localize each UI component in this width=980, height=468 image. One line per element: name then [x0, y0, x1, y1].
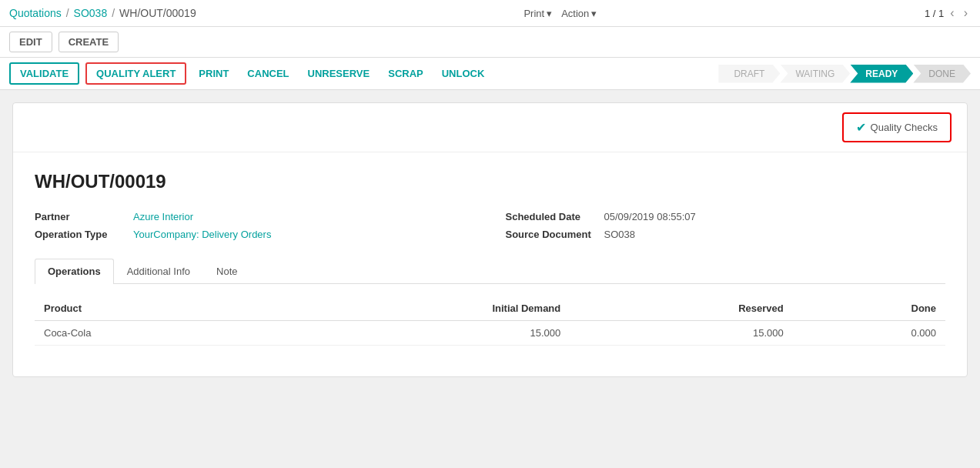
unlock-button[interactable]: UNLOCK	[436, 64, 491, 83]
secondary-bar: VALIDATE QUALITY ALERT PRINT CANCEL UNRE…	[0, 58, 980, 90]
next-button[interactable]: ›	[961, 5, 971, 22]
print-action-area: Print ▾ Action ▾	[523, 8, 597, 19]
partner-value: Azure Interior	[133, 211, 193, 222]
form-fields: Partner Azure Interior Operation Type Yo…	[35, 211, 945, 240]
edit-button[interactable]: EDIT	[9, 32, 52, 52]
col-product: Product	[35, 296, 266, 321]
partner-link[interactable]: Azure Interior	[133, 211, 193, 222]
pagination-area: 1 / 1 ‹ ›	[925, 5, 971, 22]
status-done: DONE	[913, 65, 971, 83]
main-content: ✔ Quality Checks WH/OUT/00019 Partner Az…	[0, 90, 980, 389]
action-bar: EDIT CREATE	[0, 27, 980, 58]
left-fields: Partner Azure Interior Operation Type Yo…	[35, 211, 475, 240]
pagination-count: 1 / 1	[925, 8, 944, 19]
cell-reserved: 15.000	[570, 321, 792, 346]
operation-type-value: YourCompany: Delivery Orders	[133, 229, 271, 240]
partner-field-row: Partner Azure Interior	[35, 211, 475, 222]
partner-label: Partner	[35, 211, 127, 222]
cell-done: 0.000	[793, 321, 945, 346]
top-bar: Quotations / SO038 / WH/OUT/00019 Print …	[0, 0, 980, 27]
scheduled-date-value: 05/09/2019 08:55:07	[604, 211, 696, 222]
col-initial-demand: Initial Demand	[266, 296, 570, 321]
breadcrumb-so038[interactable]: SO038	[74, 7, 108, 19]
breadcrumb-current: WH/OUT/00019	[119, 7, 196, 19]
table-row: Coca-Cola 15.000 15.000 0.000	[35, 321, 945, 346]
unreserve-button[interactable]: UNRESERVE	[302, 64, 376, 83]
source-document-label: Source Document	[506, 229, 598, 240]
main-card: ✔ Quality Checks WH/OUT/00019 Partner Az…	[12, 102, 968, 377]
checkmark-icon: ✔	[856, 120, 866, 135]
action-dropdown-button[interactable]: Action ▾	[561, 8, 597, 19]
scrap-button[interactable]: SCRAP	[382, 64, 430, 83]
document-title: WH/OUT/00019	[35, 171, 945, 192]
quality-checks-label: Quality Checks	[871, 122, 938, 133]
scheduled-date-field-row: Scheduled Date 05/09/2019 08:55:07	[506, 211, 946, 222]
breadcrumb: Quotations / SO038 / WH/OUT/00019	[9, 7, 196, 19]
print-button[interactable]: PRINT	[192, 64, 235, 83]
source-document-value: SO038	[604, 229, 635, 240]
cell-initial-demand: 15.000	[266, 321, 570, 346]
operations-table: Product Initial Demand Reserved Done Coc…	[35, 296, 945, 346]
tab-content-operations: Product Initial Demand Reserved Done Coc…	[35, 284, 945, 358]
right-fields: Scheduled Date 05/09/2019 08:55:07 Sourc…	[506, 211, 946, 240]
tab-operations[interactable]: Operations	[35, 259, 114, 284]
print-dropdown-button[interactable]: Print ▾	[523, 8, 552, 19]
cell-product: Coca-Cola	[35, 321, 266, 346]
status-waiting: WAITING	[780, 65, 850, 83]
tab-note[interactable]: Note	[203, 259, 250, 283]
operation-type-link[interactable]: YourCompany: Delivery Orders	[133, 229, 271, 240]
action-chevron-icon: ▾	[591, 8, 597, 19]
quality-checks-button[interactable]: ✔ Quality Checks	[842, 112, 952, 142]
source-document-field-row: Source Document SO038	[506, 229, 946, 240]
operation-type-field-row: Operation Type YourCompany: Delivery Ord…	[35, 229, 475, 240]
create-button[interactable]: CREATE	[59, 32, 119, 52]
tab-additional-info[interactable]: Additional Info	[114, 259, 203, 283]
quality-alert-button[interactable]: QUALITY ALERT	[85, 62, 186, 85]
form-body: WH/OUT/00019 Partner Azure Interior Oper…	[13, 152, 967, 376]
col-reserved: Reserved	[570, 296, 792, 321]
col-done: Done	[793, 296, 945, 321]
tabs-bar: Operations Additional Info Note	[35, 259, 945, 284]
scheduled-date-label: Scheduled Date	[506, 211, 598, 222]
status-ready: READY	[850, 65, 913, 83]
validate-button[interactable]: VALIDATE	[9, 62, 79, 85]
status-bar: DRAFT WAITING READY DONE	[718, 65, 971, 83]
breadcrumb-sep1: /	[66, 7, 69, 19]
quality-checks-bar: ✔ Quality Checks	[13, 103, 967, 152]
breadcrumb-quotations[interactable]: Quotations	[9, 7, 62, 19]
operation-type-label: Operation Type	[35, 229, 127, 240]
breadcrumb-sep2: /	[112, 7, 115, 19]
print-chevron-icon: ▾	[547, 8, 552, 19]
status-draft: DRAFT	[718, 65, 780, 83]
prev-button[interactable]: ‹	[947, 5, 957, 22]
cancel-button[interactable]: CANCEL	[241, 64, 295, 83]
